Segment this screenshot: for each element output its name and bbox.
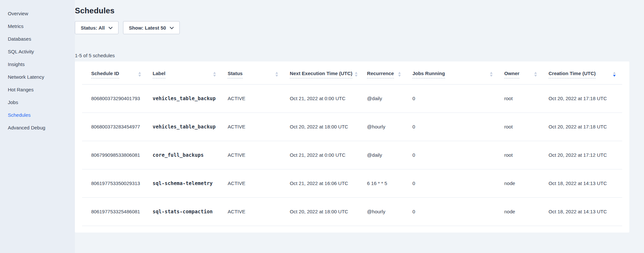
column-label: Jobs Running bbox=[413, 71, 445, 78]
column-label: Schedule ID bbox=[91, 71, 119, 78]
cell-jobs-running: 0 bbox=[407, 197, 499, 226]
table-row[interactable]: 806197753350029313sql-schema-telemetryAC… bbox=[82, 169, 622, 197]
table-row[interactable]: 806800373290401793vehicles_table_backupA… bbox=[82, 84, 622, 113]
column-header-next-execution-time[interactable]: Next Execution Time (UTC) bbox=[285, 61, 362, 84]
cell-creation-time: Oct 18, 2022 at 14:13 UTC bbox=[543, 197, 622, 226]
column-header-label[interactable]: Label bbox=[147, 61, 223, 84]
sort-carets-icon bbox=[613, 72, 616, 77]
cell-jobs-running: 0 bbox=[407, 84, 499, 113]
column-label: Status bbox=[228, 71, 243, 78]
cell-schedule-id: 806197753325486081 bbox=[82, 197, 147, 226]
cell-creation-time: Oct 20, 2022 at 17:12 UTC bbox=[543, 141, 622, 169]
cell-status: ACTIVE bbox=[222, 141, 285, 169]
cell-schedule-id: 806799098533806081 bbox=[82, 141, 147, 169]
page-title: Schedules bbox=[75, 6, 629, 16]
cell-status: ACTIVE bbox=[222, 84, 285, 113]
table-row[interactable]: 806799098533806081core_full_backupsACTIV… bbox=[82, 141, 622, 169]
filter-dropdown-label: Show: Latest 50 bbox=[129, 25, 166, 31]
cell-schedule-id: 806800373283454977 bbox=[82, 113, 147, 141]
cell-status: ACTIVE bbox=[222, 169, 285, 197]
sidebar: OverviewMetricsDatabasesSQL ActivityInsi… bbox=[0, 0, 75, 253]
sort-carets-icon bbox=[534, 72, 537, 77]
cell-jobs-running: 0 bbox=[407, 113, 499, 141]
sidebar-item-schedules[interactable]: Schedules bbox=[0, 109, 75, 121]
schedules-table-card: Schedule IDLabelStatusNext Execution Tim… bbox=[75, 61, 629, 233]
cell-label: sql-schema-telemetry bbox=[147, 169, 223, 197]
chevron-down-icon bbox=[170, 27, 174, 29]
cell-creation-time: Oct 20, 2022 at 17:18 UTC bbox=[543, 113, 622, 141]
cell-owner: node bbox=[499, 197, 543, 226]
table-header: Schedule IDLabelStatusNext Execution Tim… bbox=[82, 61, 622, 84]
column-label: Creation Time (UTC) bbox=[549, 71, 596, 78]
cell-owner: root bbox=[499, 84, 543, 113]
cell-recurrence: @daily bbox=[362, 84, 407, 113]
cell-next-execution-time: Oct 21, 2022 at 16:06 UTC bbox=[285, 169, 362, 197]
cell-recurrence: @daily bbox=[362, 141, 407, 169]
cell-label: sql-stats-compaction bbox=[147, 197, 223, 226]
sort-carets-icon bbox=[355, 72, 357, 77]
cell-label: vehicles_table_backup bbox=[147, 84, 223, 113]
cell-recurrence: @hourly bbox=[362, 113, 407, 141]
sort-carets-icon bbox=[275, 72, 278, 77]
cell-status: ACTIVE bbox=[222, 113, 285, 141]
cell-next-execution-time: Oct 21, 2022 at 0:00 UTC bbox=[285, 141, 362, 169]
cell-recurrence: @hourly bbox=[362, 197, 407, 226]
cell-owner: root bbox=[499, 141, 543, 169]
column-label: Next Execution Time (UTC) bbox=[290, 71, 352, 78]
filter-dropdown-label: Status: All bbox=[81, 25, 105, 31]
filter-dropdown-show[interactable]: Show: Latest 50 bbox=[123, 21, 180, 34]
sort-carets-icon bbox=[398, 72, 401, 77]
cell-recurrence: 6 16 * * 5 bbox=[362, 169, 407, 197]
sidebar-item-databases[interactable]: Databases bbox=[0, 33, 75, 45]
column-label: Owner bbox=[504, 71, 520, 78]
cell-label: core_full_backups bbox=[147, 141, 223, 169]
sort-carets-icon bbox=[490, 72, 493, 77]
cell-schedule-id: 806197753350029313 bbox=[82, 169, 147, 197]
sidebar-item-advanced-debug[interactable]: Advanced Debug bbox=[0, 121, 75, 134]
column-header-jobs-running[interactable]: Jobs Running bbox=[407, 61, 499, 84]
cell-owner: root bbox=[499, 113, 543, 141]
filter-bar: Status: AllShow: Latest 50 bbox=[75, 21, 629, 34]
sort-carets-icon bbox=[138, 72, 141, 77]
sidebar-item-hot-ranges[interactable]: Hot Ranges bbox=[0, 83, 75, 96]
filter-dropdown-status[interactable]: Status: All bbox=[75, 21, 119, 34]
cell-status: ACTIVE bbox=[222, 197, 285, 226]
cell-next-execution-time: Oct 20, 2022 at 18:00 UTC bbox=[285, 197, 362, 226]
cell-next-execution-time: Oct 20, 2022 at 18:00 UTC bbox=[285, 113, 362, 141]
schedules-table: Schedule IDLabelStatusNext Execution Tim… bbox=[82, 61, 622, 226]
table-row[interactable]: 806800373283454977vehicles_table_backupA… bbox=[82, 113, 622, 141]
app-root: OverviewMetricsDatabasesSQL ActivityInsi… bbox=[0, 0, 644, 253]
column-header-status[interactable]: Status bbox=[222, 61, 285, 84]
cell-label: vehicles_table_backup bbox=[147, 113, 223, 141]
column-header-creation-time[interactable]: Creation Time (UTC) bbox=[543, 61, 622, 84]
cell-jobs-running: 0 bbox=[407, 169, 499, 197]
cell-owner: node bbox=[499, 169, 543, 197]
cell-schedule-id: 806800373290401793 bbox=[82, 84, 147, 113]
sort-carets-icon bbox=[213, 72, 216, 77]
sidebar-item-overview[interactable]: Overview bbox=[0, 7, 75, 20]
sidebar-item-sql-activity[interactable]: SQL Activity bbox=[0, 45, 75, 58]
column-header-recurrence[interactable]: Recurrence bbox=[362, 61, 407, 84]
result-count: 1-5 of 5 schedules bbox=[75, 53, 629, 58]
cell-next-execution-time: Oct 21, 2022 at 0:00 UTC bbox=[285, 84, 362, 113]
sidebar-item-jobs[interactable]: Jobs bbox=[0, 96, 75, 109]
chevron-down-icon bbox=[108, 27, 113, 29]
cell-creation-time: Oct 18, 2022 at 14:13 UTC bbox=[543, 169, 622, 197]
sidebar-item-insights[interactable]: Insights bbox=[0, 58, 75, 71]
column-header-owner[interactable]: Owner bbox=[499, 61, 543, 84]
sidebar-item-metrics[interactable]: Metrics bbox=[0, 20, 75, 33]
table-row[interactable]: 806197753325486081sql-stats-compactionAC… bbox=[82, 197, 622, 226]
column-label: Recurrence bbox=[367, 71, 394, 78]
sidebar-item-network-latency[interactable]: Network Latency bbox=[0, 71, 75, 83]
main-content: Schedules Status: AllShow: Latest 50 1-5… bbox=[75, 0, 644, 253]
cell-creation-time: Oct 20, 2022 at 17:18 UTC bbox=[543, 84, 622, 113]
column-label: Label bbox=[153, 71, 165, 78]
cell-jobs-running: 0 bbox=[407, 141, 499, 169]
column-header-schedule-id[interactable]: Schedule ID bbox=[82, 61, 147, 84]
table-body: 806800373290401793vehicles_table_backupA… bbox=[82, 84, 622, 226]
